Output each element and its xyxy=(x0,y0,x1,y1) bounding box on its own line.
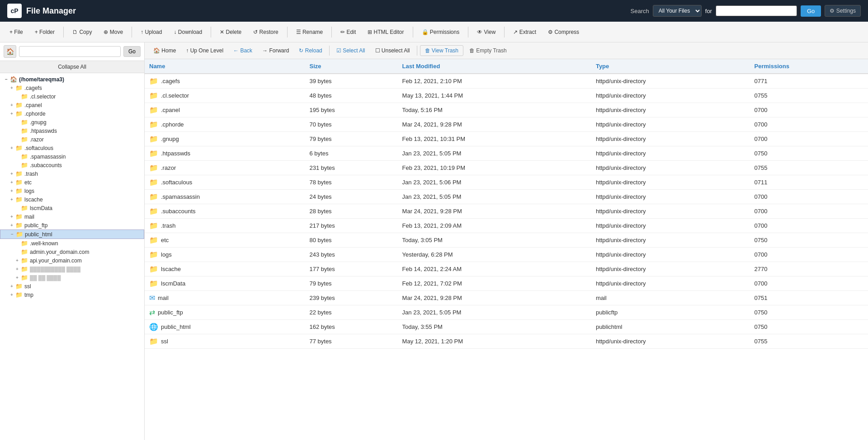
cell-type: mail xyxy=(591,291,750,305)
table-row[interactable]: 📁 .softaculous 78 bytes Jan 23, 2021, 5:… xyxy=(145,175,868,190)
table-row[interactable]: 📁 .trash 217 bytes Feb 13, 2021, 2:09 AM… xyxy=(145,219,868,233)
tree-item-gnupg[interactable]: 📁 .gnupg xyxy=(0,118,144,126)
cell-size: 78 bytes xyxy=(305,175,397,190)
view-button[interactable]: 👁 View xyxy=(472,26,500,38)
cell-modified: Feb 13, 2021, 2:09 AM xyxy=(398,219,591,233)
cell-type: httpd/unix-directory xyxy=(591,117,750,132)
upload-button[interactable]: ↑ Upload xyxy=(136,26,167,38)
table-row[interactable]: 📁 .gnupg 79 bytes Feb 13, 2021, 10:31 PM… xyxy=(145,132,868,146)
col-modified[interactable]: Last Modified xyxy=(398,59,591,74)
cell-name: 📁 .subaccounts xyxy=(145,204,305,219)
sidebar-home-button[interactable]: 🏠 xyxy=(4,45,16,58)
table-row[interactable]: 📁 .razor 231 bytes Feb 23, 2021, 10:19 P… xyxy=(145,161,868,175)
new-file-button[interactable]: + File xyxy=(5,26,28,38)
search-label: Search xyxy=(631,8,649,14)
table-row[interactable]: 🌐 public_html 162 bytes Today, 3:55 PM p… xyxy=(145,320,868,334)
col-name[interactable]: Name xyxy=(145,59,305,74)
tree-item-admin-domain[interactable]: 📁 admin.your_domain.com xyxy=(0,248,144,256)
tree-item-logs[interactable]: + 📁 logs xyxy=(0,187,144,195)
table-row[interactable]: 📁 lscache 177 bytes Feb 14, 2021, 2:24 A… xyxy=(145,262,868,276)
col-type[interactable]: Type xyxy=(591,59,750,74)
cell-perms: 0700 xyxy=(750,219,868,233)
tree-item-cpanel[interactable]: + 📁 .cpanel xyxy=(0,101,144,109)
table-row[interactable]: ✉ mail 239 bytes Mar 24, 2021, 9:28 PM m… xyxy=(145,291,868,305)
tree-item-etc[interactable]: + 📁 etc xyxy=(0,178,144,187)
cell-modified: Today, 5:16 PM xyxy=(398,103,591,117)
tree-item-razor[interactable]: 📁 .razor xyxy=(0,135,144,144)
permissions-button[interactable]: 🔒 Permissions xyxy=(417,26,465,38)
tree-item-subaccounts[interactable]: 📁 .subaccounts xyxy=(0,161,144,169)
settings-button[interactable]: ⚙ Settings xyxy=(825,5,861,17)
select-all-button[interactable]: ☑ Select All xyxy=(332,45,369,56)
search-scope-select[interactable]: All Your Files xyxy=(653,5,702,17)
table-row[interactable]: 📁 etc 80 bytes Today, 3:05 PM httpd/unix… xyxy=(145,233,868,248)
table-row[interactable]: 📁 lscmData 79 bytes Feb 12, 2021, 7:02 P… xyxy=(145,276,868,291)
table-row[interactable]: 📁 .htpasswds 6 bytes Jan 23, 2021, 5:05 … xyxy=(145,146,868,161)
tree-item-ssl[interactable]: + 📁 ssl xyxy=(0,282,144,290)
new-folder-button[interactable]: + Folder xyxy=(30,26,60,38)
reload-button[interactable]: ↻ Reload xyxy=(295,45,326,56)
restore-button[interactable]: ↺ Restore xyxy=(248,26,283,38)
compress-button[interactable]: ⚙ Compress xyxy=(543,26,584,38)
sidebar-path-input[interactable] xyxy=(19,46,121,57)
edit-button[interactable]: ✏ Edit xyxy=(335,26,361,38)
table-row[interactable]: 📁 .spamassassin 24 bytes Jan 23, 2021, 5… xyxy=(145,190,868,204)
tree-item-lscache[interactable]: + 📁 lscache xyxy=(0,195,144,204)
table-row[interactable]: 📁 .cl.selector 48 bytes May 13, 2021, 1:… xyxy=(145,89,868,103)
cell-type: httpd/unix-directory xyxy=(591,74,750,89)
html-editor-button[interactable]: ⊞ HTML Editor xyxy=(363,26,409,38)
tree-item-blurred1[interactable]: + 📁 ██████████ ████ xyxy=(0,265,144,273)
tree-item-cphorde[interactable]: + 📁 .cphorde xyxy=(0,109,144,118)
col-size[interactable]: Size xyxy=(305,59,397,74)
tree-item-well-known[interactable]: 📁 .well-known xyxy=(0,239,144,248)
file-name: lscmData xyxy=(161,280,185,287)
delete-button[interactable]: ✕ Delete xyxy=(215,26,246,38)
tree-root-item[interactable]: − 🏠 (/home/tareqma3) xyxy=(0,75,144,84)
tree-item-softaculous[interactable]: + 📁 .softaculous xyxy=(0,144,144,152)
table-row[interactable]: 📁 .cpanel 195 bytes Today, 5:16 PM httpd… xyxy=(145,103,868,117)
file-name: .razor xyxy=(161,164,176,171)
cell-size: 77 bytes xyxy=(305,334,397,349)
toolbar-separator-6 xyxy=(413,27,413,37)
forward-button[interactable]: → Forward xyxy=(258,45,293,56)
sidebar-go-button[interactable]: Go xyxy=(123,46,141,57)
collapse-all-button[interactable]: Collapse All xyxy=(0,61,144,73)
move-button[interactable]: ⊕ Move xyxy=(99,26,128,38)
tree-item-trash[interactable]: + 📁 .trash xyxy=(0,169,144,178)
rename-button[interactable]: ☰ Rename xyxy=(291,26,328,38)
tree-item-blurred2[interactable]: + 📁 ██ ██ ████ xyxy=(0,273,144,282)
table-row[interactable]: 📁 .subaccounts 28 bytes Mar 24, 2021, 9:… xyxy=(145,204,868,219)
cell-type: httpd/unix-directory xyxy=(591,219,750,233)
toolbar-separator-2 xyxy=(132,27,132,37)
tree-item-cagefs[interactable]: + 📁 .cagefs xyxy=(0,84,144,92)
extract-button[interactable]: ↗ Extract xyxy=(508,26,541,38)
empty-trash-button[interactable]: 🗑 Empty Trash xyxy=(465,45,511,56)
view-trash-button[interactable]: 🗑 View Trash xyxy=(420,45,463,56)
download-button[interactable]: ↓ Download xyxy=(169,26,207,38)
tree-item-spamassassin[interactable]: 📁 .spamassassin xyxy=(0,152,144,161)
cell-type: httpd/unix-directory xyxy=(591,262,750,276)
search-go-button[interactable]: Go xyxy=(801,5,821,17)
table-row[interactable]: 📁 .cphorde 70 bytes Mar 24, 2021, 9:28 P… xyxy=(145,117,868,132)
up-one-level-button[interactable]: ↑ Up One Level xyxy=(182,45,227,56)
home-nav-button[interactable]: 🏠 Home xyxy=(149,45,180,56)
tree-item-tmp[interactable]: + 📁 tmp xyxy=(0,290,144,299)
table-row[interactable]: 📁 ssl 77 bytes May 12, 2021, 1:20 PM htt… xyxy=(145,334,868,349)
table-row[interactable]: 📁 .cagefs 39 bytes Feb 12, 2021, 2:10 PM… xyxy=(145,74,868,89)
tree-item-cl-selector[interactable]: 📁 .cl.selector xyxy=(0,92,144,101)
search-input[interactable] xyxy=(716,5,797,16)
back-button[interactable]: ← Back xyxy=(229,45,256,56)
copy-button[interactable]: 🗋 Copy xyxy=(67,26,97,38)
tree-item-lscmdata[interactable]: 📁 lscmData xyxy=(0,204,144,212)
root-toggle[interactable]: − xyxy=(4,77,9,82)
table-row[interactable]: ⇄ public_ftp 22 bytes Jan 23, 2021, 5:05… xyxy=(145,305,868,320)
col-perms[interactable]: Permissions xyxy=(750,59,868,74)
tree-item-api-domain[interactable]: + 📁 api.your_domain.com xyxy=(0,256,144,265)
table-row[interactable]: 📁 logs 243 bytes Yesterday, 6:28 PM http… xyxy=(145,248,868,262)
search-bar: Search All Your Files for Go ⚙ Settings xyxy=(631,5,861,17)
tree-item-htpasswds[interactable]: 📁 .htpasswds xyxy=(0,126,144,135)
unselect-all-button[interactable]: ☐ Unselect All xyxy=(371,45,414,56)
tree-item-public-ftp[interactable]: + 📁 public_ftp xyxy=(0,221,144,229)
tree-item-mail[interactable]: + 📁 mail xyxy=(0,212,144,221)
tree-item-public-html[interactable]: − 📁 public_html xyxy=(0,229,144,239)
